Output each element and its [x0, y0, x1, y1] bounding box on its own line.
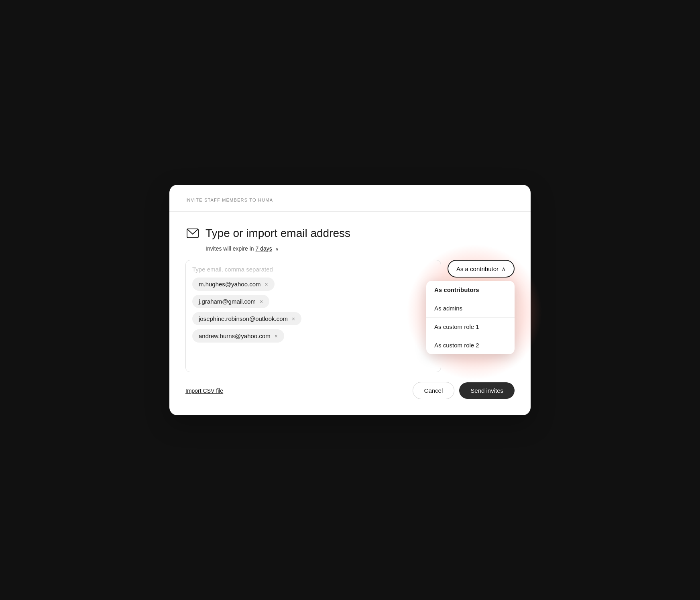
- remove-chip-button[interactable]: ×: [265, 282, 268, 287]
- remove-chip-button[interactable]: ×: [260, 299, 263, 304]
- email-chip-address: m.hughes@yahoo.com: [199, 281, 260, 288]
- dropdown-option-admins[interactable]: As admins: [426, 299, 515, 318]
- modal-title: INVITE STAFF MEMBERS TO HUMA: [185, 198, 273, 202]
- email-chip: andrew.burns@yahoo.com ×: [192, 329, 284, 343]
- email-chip-address: josephine.robinson@outlook.com: [199, 315, 288, 322]
- section-title: Type or import email address: [206, 227, 350, 240]
- modal-body: Type or import email address Invites wil…: [169, 212, 531, 415]
- role-dropdown-chevron-icon: ∧: [502, 266, 506, 272]
- dropdown-option-contributors[interactable]: As contributors: [426, 281, 515, 299]
- email-input-box[interactable]: Type email, comma separated m.hughes@yah…: [185, 260, 441, 372]
- cancel-button[interactable]: Cancel: [413, 382, 455, 399]
- input-area: Type email, comma separated m.hughes@yah…: [185, 260, 515, 372]
- role-dropdown-button[interactable]: As a contributor ∧: [448, 260, 515, 278]
- role-dropdown-menu: As contributors As admins As custom role…: [426, 281, 515, 354]
- import-csv-link[interactable]: Import CSV file: [185, 388, 223, 394]
- footer-row: Import CSV file Cancel Send invites: [185, 382, 515, 399]
- footer-buttons: Cancel Send invites: [413, 382, 515, 399]
- section-header: Type or import email address: [185, 226, 515, 241]
- dropdown-option-custom-role-1[interactable]: As custom role 1: [426, 318, 515, 336]
- dropdown-option-custom-role-2[interactable]: As custom role 2: [426, 336, 515, 354]
- remove-chip-button[interactable]: ×: [292, 316, 295, 322]
- email-chip: m.hughes@yahoo.com ×: [192, 278, 275, 291]
- expiry-row: Invites will expire in 7 days ∨: [206, 245, 515, 252]
- role-button-label: As a contributor: [456, 265, 499, 272]
- mail-icon: [185, 226, 200, 241]
- email-chip: j.graham@gmail.com ×: [192, 295, 269, 308]
- expiry-days-link[interactable]: 7 days: [256, 245, 272, 252]
- expiry-chevron-icon[interactable]: ∨: [275, 246, 279, 252]
- expiry-text: Invites will expire in: [206, 245, 254, 252]
- email-chip-address: andrew.burns@yahoo.com: [199, 333, 271, 339]
- modal-header: INVITE STAFF MEMBERS TO HUMA: [169, 185, 531, 212]
- email-chip: josephine.robinson@outlook.com ×: [192, 312, 301, 325]
- email-placeholder: Type email, comma separated: [192, 266, 434, 273]
- invite-modal: INVITE STAFF MEMBERS TO HUMA Type or imp…: [169, 185, 531, 415]
- email-chips-list: m.hughes@yahoo.com × j.graham@gmail.com …: [192, 278, 434, 343]
- role-dropdown-wrapper: As a contributor ∧ As contributors As ad…: [448, 260, 515, 278]
- email-chip-address: j.graham@gmail.com: [199, 298, 256, 305]
- remove-chip-button[interactable]: ×: [275, 333, 278, 339]
- send-invites-button[interactable]: Send invites: [459, 382, 515, 399]
